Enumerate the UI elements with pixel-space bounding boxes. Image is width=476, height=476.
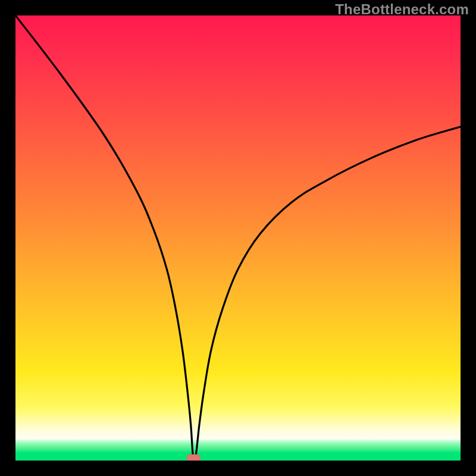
bottleneck-curve (15, 15, 461, 461)
plot-area (15, 15, 461, 461)
minimum-marker (187, 455, 200, 461)
curve-layer (15, 15, 461, 461)
chart-frame: TheBottleneck.com (0, 0, 476, 476)
watermark-text: TheBottleneck.com (335, 1, 469, 18)
